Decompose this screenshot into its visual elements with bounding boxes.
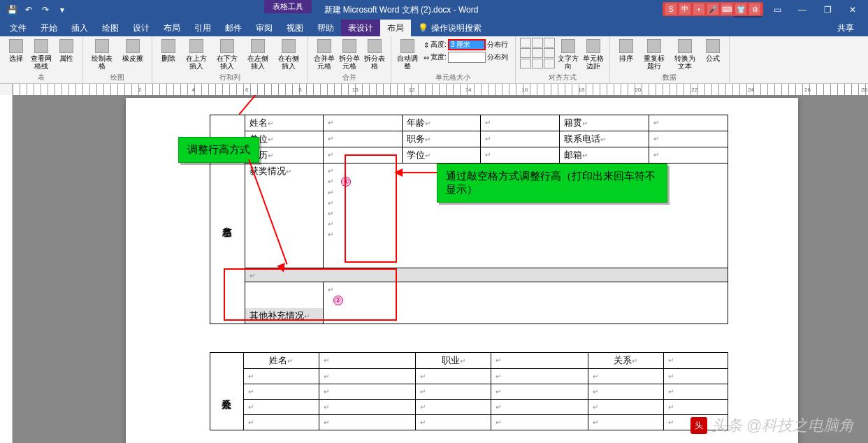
ribbon: 选择 查看网格线 属性 表 绘制表格 橡皮擦 绘图 删除 在上方插入 在下方插入…	[0, 36, 868, 84]
ime-keyboard-icon[interactable]: ⌨	[721, 3, 732, 15]
cell-degree-label: 学位	[402, 147, 481, 164]
pencil-icon	[95, 39, 109, 53]
autofit-icon	[400, 39, 414, 53]
ribbon-options-icon[interactable]: ▭	[767, 1, 787, 18]
cell	[491, 384, 588, 400]
repeat-header-button[interactable]: 重复标题行	[639, 38, 669, 71]
text-direction-button[interactable]: 文字方向	[556, 38, 580, 71]
cell-margins-button[interactable]: 单元格边距	[581, 38, 605, 71]
tell-me-search[interactable]: 💡 操作说明搜索	[411, 20, 489, 36]
tab-draw[interactable]: 绘图	[95, 20, 126, 36]
ime-skin-icon[interactable]: 👕	[735, 3, 746, 15]
view-gridlines-button[interactable]: 查看网格线	[29, 38, 53, 71]
document-title: 新建 Microsoft Word 文档 (2).docx - Word	[68, 4, 734, 16]
align-tl-icon[interactable]	[520, 38, 531, 48]
arrow-head-3	[394, 168, 403, 177]
insert-right-button[interactable]: 在右侧插入	[274, 38, 303, 71]
cell-email-label: 邮箱	[559, 147, 649, 164]
context-tab-tools: 表格工具	[264, 0, 312, 13]
insert-left-button[interactable]: 在左侧插入	[243, 38, 273, 71]
tab-layout[interactable]: 布局	[157, 20, 187, 36]
cell	[663, 400, 728, 415]
insert-below-button[interactable]: 在下方插入	[212, 38, 242, 71]
highlight-box-awardcol	[345, 154, 397, 263]
align-ml-icon[interactable]	[520, 48, 531, 58]
redo-icon[interactable]: ↷	[39, 3, 52, 16]
ime-lang-icon[interactable]: 中	[679, 3, 690, 15]
cell-name-value	[324, 115, 403, 131]
align-bc-icon[interactable]	[532, 59, 543, 68]
width-icon: ⇔	[424, 54, 429, 61]
ime-settings-icon[interactable]: ⚙	[749, 3, 760, 15]
select-button[interactable]: 选择	[4, 38, 28, 64]
tab-view[interactable]: 视图	[280, 20, 310, 36]
formula-button[interactable]: 公式	[701, 38, 725, 64]
tab-file[interactable]: 文件	[3, 20, 34, 36]
merge-cells-button[interactable]: 合并单元格	[312, 38, 336, 71]
sort-button[interactable]: 排序	[614, 38, 638, 64]
table-row: 单位 职务 联系电话	[210, 131, 728, 147]
cell-age-label: 年龄	[402, 115, 481, 131]
cell-duty-label: 职务	[402, 131, 481, 147]
save-icon[interactable]: 💾	[6, 3, 18, 16]
col-right-icon	[282, 39, 296, 53]
share-button[interactable]: 共享	[832, 20, 860, 36]
eraser-button[interactable]: 橡皮擦	[118, 38, 147, 64]
cell	[416, 369, 491, 384]
align-br-icon[interactable]	[544, 59, 555, 68]
delete-button[interactable]: 删除	[157, 38, 180, 64]
autofit-button[interactable]: 自动调整	[396, 38, 419, 71]
draw-table-button[interactable]: 绘制表格	[87, 38, 117, 71]
split-cells-button[interactable]: 拆分单元格	[338, 38, 361, 71]
tab-table-layout[interactable]: 布局	[380, 20, 411, 36]
undo-icon[interactable]: ↶	[22, 3, 35, 16]
insert-above-button[interactable]: 在上方插入	[182, 38, 211, 71]
tab-insert[interactable]: 插入	[64, 20, 95, 36]
cell	[663, 369, 728, 384]
formula-icon	[706, 39, 720, 53]
dist-cols-button[interactable]: 分布列	[487, 52, 508, 62]
group-data-label: 数据	[663, 71, 677, 84]
cell	[416, 415, 491, 430]
horizontal-ruler[interactable]: 2468101214161820222426283032343638404244…	[13, 84, 868, 95]
table-row	[210, 400, 728, 415]
ime-voice-icon[interactable]: 🎤	[707, 3, 718, 15]
textdir-icon	[561, 39, 575, 53]
properties-button[interactable]: 属性	[55, 38, 78, 64]
cell	[588, 369, 663, 384]
height-input[interactable]	[448, 39, 486, 50]
cell-degree-value	[481, 147, 560, 164]
tab-table-design[interactable]: 表设计	[341, 20, 380, 36]
tab-design[interactable]: 设计	[126, 20, 157, 36]
restore-icon[interactable]: ❐	[818, 1, 837, 18]
convert-text-button[interactable]: 转换为文本	[670, 38, 700, 71]
relations-table[interactable]: 社会关系 姓名 职业 关系	[210, 352, 728, 430]
tab-review[interactable]: 审阅	[249, 20, 280, 36]
width-input[interactable]	[448, 52, 486, 63]
cell	[319, 415, 416, 430]
tab-help[interactable]: 帮助	[310, 20, 341, 36]
align-mc-icon[interactable]	[532, 48, 543, 58]
qat-more-icon[interactable]: ▾	[56, 3, 68, 16]
cell	[243, 415, 319, 430]
ime-punct-icon[interactable]: •	[693, 3, 704, 15]
tab-home[interactable]: 开始	[34, 20, 64, 36]
align-mr-icon[interactable]	[544, 48, 555, 58]
align-bl-icon[interactable]	[520, 59, 531, 68]
side-label-relations[interactable]: 社会关系	[210, 353, 244, 430]
ime-toolbar[interactable]: S 中 • 🎤 ⌨ 👕 ⚙	[663, 2, 763, 16]
close-icon[interactable]: ✕	[843, 1, 862, 18]
cell	[243, 384, 319, 400]
minimize-icon[interactable]: —	[793, 1, 812, 18]
align-tr-icon[interactable]	[544, 38, 555, 48]
tab-references[interactable]: 引用	[187, 20, 218, 36]
split-table-button[interactable]: 拆分表格	[363, 38, 386, 71]
vertical-ruler[interactable]	[0, 95, 13, 443]
cell	[243, 369, 319, 384]
table-row	[210, 415, 728, 430]
align-grid[interactable]	[520, 38, 555, 68]
dist-rows-button[interactable]: 分布行	[487, 40, 508, 50]
align-tc-icon[interactable]	[532, 38, 543, 48]
tab-mailings[interactable]: 邮件	[218, 20, 249, 36]
annotation-1: 调整行高方式	[178, 137, 259, 163]
